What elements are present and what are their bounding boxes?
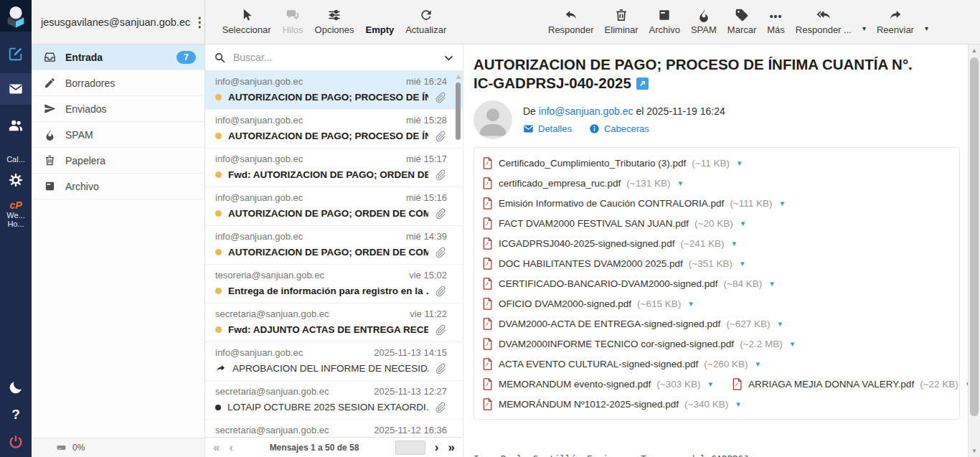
forward-menu-button[interactable]: ▾ — [925, 24, 928, 32]
attachment-menu-button[interactable]: ▾ — [791, 339, 795, 349]
scroll-down-button[interactable]: ▼ — [969, 445, 980, 457]
open-in-new-window-button[interactable] — [636, 75, 649, 88]
message-row[interactable]: info@sanjuan.gob.ecmié 14:39 AUTORIZACIO… — [205, 226, 463, 265]
scrollbar-thumb[interactable] — [456, 83, 461, 140]
search-input[interactable] — [233, 52, 436, 63]
attachment-menu-button[interactable]: ▾ — [732, 239, 737, 248]
help-button[interactable]: ? — [0, 401, 32, 428]
attachment-item[interactable]: DVAM2000-ACTA DE ENTREGA-signed-signed.p… — [483, 318, 782, 330]
attachment-item[interactable]: OFICIO DVAM2000-signed.pdf(~615 KB)▾ — [483, 298, 693, 310]
message-list-scrollbar[interactable] — [455, 75, 461, 140]
logo-cube-icon — [2, 2, 29, 29]
message-view-scrollbar[interactable]: ▲ ▼ — [968, 44, 980, 457]
archive-button[interactable]: Archivo — [649, 7, 680, 44]
message-row[interactable]: secretaria@sanjuan.gob.ec2025-11-12 16:3… — [205, 420, 463, 437]
compose-button[interactable] — [0, 40, 32, 67]
attachment-item[interactable]: DOC HABILITANTES DVAM2000 2025.pdf(~351 … — [483, 258, 745, 270]
message-row[interactable]: secretaria@sanjuan.gob.ecvie 11:22 Fwd: … — [205, 303, 463, 342]
message-sender: tesoreria@sanjuan.gob.ec — [215, 270, 324, 281]
from-email-link[interactable]: info@sanjuan.gob.ec — [539, 105, 633, 117]
headers-link[interactable]: Cabeceras — [589, 123, 649, 134]
sidebar-item-papelera[interactable]: Papelera — [32, 148, 204, 174]
dark-mode-button[interactable] — [0, 374, 32, 401]
reply-all-menu-button[interactable]: ▾ — [862, 24, 866, 32]
sidebar-item-borradores[interactable]: Borradores — [32, 70, 204, 96]
message-row[interactable]: tesoreria@sanjuan.gob.ecvie 15:02 Entreg… — [205, 265, 463, 303]
attachment-item[interactable]: DVAM2000INFORME TECNICO cor-signed-signe… — [483, 338, 794, 350]
sidebar-item-entrada[interactable]: Entrada 7 — [32, 44, 204, 70]
details-link[interactable]: Detalles — [523, 123, 572, 134]
attachment-item[interactable]: Emisión Informativo de Caución CONTRALOR… — [483, 197, 784, 209]
attachment-menu-button[interactable]: ▾ — [679, 179, 683, 188]
mail-nav-button[interactable] — [0, 73, 32, 105]
webmail-home-label-2[interactable]: Ho... — [0, 220, 32, 228]
reply-all-button[interactable]: Responder ... — [796, 7, 852, 44]
attachment-menu-button[interactable]: ▾ — [689, 299, 693, 308]
flame-icon — [44, 128, 56, 141]
settings-button[interactable] — [0, 166, 32, 194]
storage-usage: 0% — [32, 438, 204, 457]
app-sidebar: Cal... cP We... Ho... — [0, 0, 32, 457]
attachment-menu-button[interactable]: ▾ — [781, 199, 785, 208]
attachment-item[interactable]: FACT DVAM2000 FESTIVAL SAN JUAN.pdf(~20 … — [483, 217, 745, 230]
forward-button[interactable]: Reenviar — [877, 7, 914, 44]
scroll-up-icon: ▲ — [971, 47, 977, 54]
prev-page-button[interactable]: ‹ — [229, 441, 233, 453]
prev-page-icon: ‹ — [229, 440, 233, 454]
more-button[interactable]: ••• Más — [767, 7, 785, 44]
attachment-menu-button[interactable]: ▾ — [741, 219, 745, 228]
cpanel-logo[interactable]: cP — [9, 199, 22, 211]
first-page-button[interactable]: « — [213, 441, 220, 453]
sidebar-item-spam[interactable]: SPAM — [32, 122, 204, 148]
attachment-item[interactable]: MEMORÁNDUM Nº1012-2025-signed.pdf(~340 K… — [483, 398, 740, 410]
attachment-item[interactable]: Certificado_Cumplimiento_Tributario (3).… — [483, 157, 742, 169]
spam-button[interactable]: SPAM — [691, 7, 717, 44]
contacts-button[interactable] — [0, 112, 32, 139]
page-input[interactable] — [395, 440, 425, 455]
mark-button[interactable]: Marcar — [727, 7, 756, 44]
message-row[interactable]: secretaria@sanjuan.gob.ec2025-11-13 12:2… — [205, 381, 463, 420]
logout-button[interactable] — [0, 428, 32, 456]
attachment-item[interactable]: CERTIFICADO-BANCARIO-DVAM2000-signed.pdf… — [483, 278, 774, 290]
reply-button[interactable]: Responder — [548, 7, 594, 44]
attachment-menu-button[interactable]: ▾ — [778, 319, 783, 329]
message-row[interactable]: info@sanjuan.gob.ecmié 16:24 AUTORIZACIO… — [205, 71, 463, 110]
message-row[interactable]: info@sanjuan.gob.ecmié 15:17 Fwd: AUTORI… — [205, 149, 463, 187]
attachment-icon — [435, 401, 447, 413]
scroll-up-icon[interactable] — [456, 75, 461, 79]
contacts-icon — [8, 118, 24, 133]
delete-button[interactable]: Eliminar — [605, 7, 639, 44]
options-button[interactable]: Opciones — [315, 7, 354, 44]
attachment-item[interactable]: MEMORANDUM evento-signed.pdf(~303 KB)▾ — [483, 378, 712, 390]
scrollbar-thumb[interactable] — [970, 57, 979, 416]
attachment-item[interactable]: ICGADPRSJ040-2025-signed-signed.pdf(~241… — [483, 237, 736, 250]
message-row[interactable]: info@sanjuan.gob.ec2025-11-13 14:15 APRO… — [205, 342, 463, 381]
attachment-size: (~351 KB) — [689, 258, 732, 269]
attachment-item[interactable]: ARRIAGA MEJIA DONNA VALERY.pdf(~22 KB)▾ — [732, 378, 968, 390]
scroll-up-button[interactable]: ▲ — [969, 44, 980, 57]
sidebar-item-archivo[interactable]: Archivo — [32, 174, 204, 199]
message-row[interactable]: info@sanjuan.gob.ecmié 15:28 AUTORIZACIO… — [205, 110, 463, 149]
last-page-button[interactable]: » — [448, 441, 455, 453]
attachment-item[interactable]: certificado_empresa_ruc.pdf(~131 KB)▾ — [483, 177, 682, 189]
webmail-home-label-1[interactable]: We... — [0, 211, 32, 220]
attachment-menu-button[interactable]: ▾ — [709, 380, 713, 389]
next-page-button[interactable]: › — [435, 441, 439, 453]
empty-button[interactable]: Empty — [365, 7, 394, 44]
attachment-menu-button[interactable]: ▾ — [770, 279, 774, 288]
sidebar-item-enviados[interactable]: Enviados — [32, 96, 204, 122]
calendar-label[interactable]: Cal... — [0, 155, 32, 164]
attachment-menu-button[interactable]: ▾ — [756, 359, 760, 369]
message-row[interactable]: info@sanjuan.gob.ecmié 15:16 AUTORIZACIO… — [205, 187, 463, 226]
attachment-menu-button[interactable]: ▾ — [736, 400, 740, 409]
search-scope-button[interactable] — [443, 52, 454, 63]
app-logo — [0, 0, 32, 32]
threads-button[interactable]: Hilos — [283, 7, 303, 44]
attachment-menu-button[interactable]: ▾ — [738, 159, 742, 168]
message-view-pane: AUTORIZACION DE PAGO; PROCESO DE ÍNFIMA … — [463, 44, 968, 457]
info-icon — [589, 123, 600, 134]
attachment-item[interactable]: ACTA EVENTO CULTURAL-signed-signed.pdf(~… — [483, 358, 760, 370]
refresh-button[interactable]: Actualizar — [405, 7, 446, 44]
select-button[interactable]: Seleccionar — [222, 7, 271, 44]
attachment-menu-button[interactable]: ▾ — [740, 259, 745, 268]
